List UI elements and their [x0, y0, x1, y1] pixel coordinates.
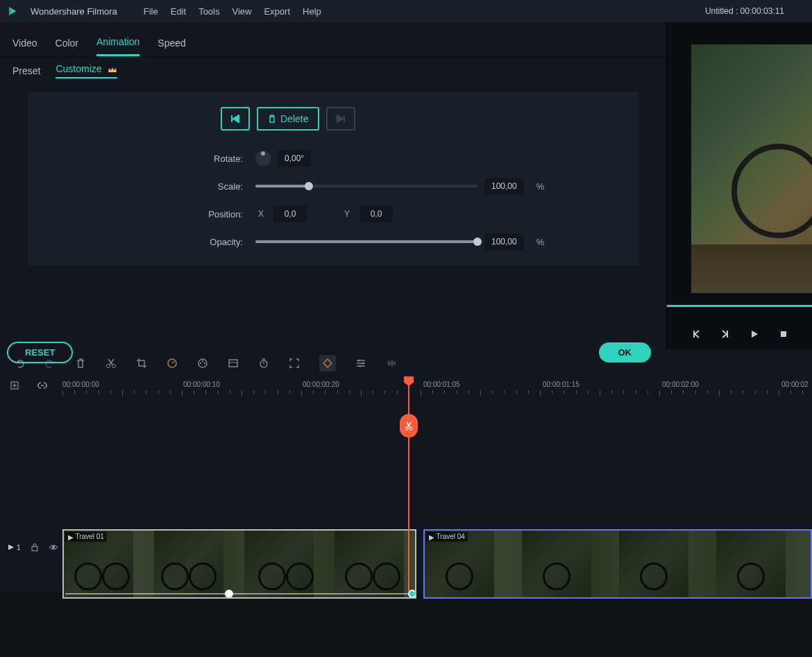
clip-travel-04[interactable]: ▶ Travel 04 — [423, 529, 812, 599]
delete-button[interactable]: Delete — [257, 107, 319, 131]
stop-icon[interactable] — [779, 329, 788, 339]
svg-point-15 — [409, 427, 412, 430]
track-video-icon[interactable]: 1 — [7, 543, 21, 551]
svg-rect-16 — [32, 547, 37, 551]
split-icon[interactable] — [105, 358, 117, 369]
delete-label: Delete — [280, 113, 308, 124]
subtab-customize-label: Customize — [56, 63, 101, 74]
adjust-icon[interactable] — [355, 358, 366, 369]
play-small-icon: ▶ — [429, 533, 434, 541]
svg-point-10 — [358, 359, 360, 361]
ruler-mark: 00:00:01:05 — [423, 381, 460, 388]
opacity-slider[interactable] — [255, 240, 477, 243]
track-badge: 1 — [17, 544, 21, 551]
svg-point-7 — [200, 362, 201, 363]
trash-icon — [268, 115, 276, 123]
clip2-label: Travel 04 — [437, 533, 465, 540]
ruler-mark: 00:00:00:20 — [303, 381, 339, 388]
scale-thumb[interactable] — [305, 182, 313, 190]
svg-point-11 — [362, 362, 364, 364]
pos-x-label: X — [258, 209, 264, 219]
preview-progress[interactable] — [667, 305, 812, 307]
menu-help[interactable]: Help — [303, 6, 321, 17]
ruler-mark: 00:00:02:00 — [662, 381, 699, 388]
menu-file[interactable]: File — [144, 6, 158, 17]
project-status: Untitled : 00:00:03:11 — [705, 6, 784, 16]
preview-image[interactable] — [691, 44, 812, 293]
menu-edit[interactable]: Edit — [171, 6, 186, 17]
rotate-knob[interactable] — [255, 151, 271, 166]
ruler-mark: 00:00:00:10 — [183, 381, 220, 388]
speed-icon[interactable] — [167, 358, 178, 369]
step-forward-icon[interactable] — [720, 329, 730, 339]
crown-icon — [108, 65, 117, 75]
pos-y-label: Y — [344, 209, 350, 219]
play-small-icon: ▶ — [68, 533, 74, 541]
keyframe-line — [65, 593, 414, 594]
next-keyframe-button — [326, 107, 355, 131]
crop-icon[interactable] — [136, 358, 147, 369]
menu-tools[interactable]: Tools — [198, 6, 219, 17]
app-logo-icon — [7, 6, 18, 17]
app-name: Wondershare Filmora — [31, 6, 117, 17]
opacity-value[interactable]: 100,00 — [484, 233, 524, 250]
subtab-preset[interactable]: Preset — [12, 65, 40, 76]
svg-point-6 — [204, 362, 205, 363]
undo-icon[interactable] — [14, 358, 25, 369]
svg-point-2 — [112, 364, 116, 367]
tab-color[interactable]: Color — [56, 31, 78, 56]
track-visibility-icon[interactable] — [49, 543, 58, 551]
track-lock-icon[interactable] — [31, 543, 39, 551]
svg-rect-8 — [229, 360, 237, 367]
rotate-value[interactable]: 0,00° — [278, 150, 311, 167]
tab-animation[interactable]: Animation — [96, 29, 139, 56]
greenscreen-icon[interactable] — [228, 358, 239, 369]
skip-first-icon — [230, 115, 240, 123]
audio-icon[interactable] — [386, 358, 397, 369]
preview-panel — [666, 22, 812, 349]
ruler-mark: 00:00:00:00 — [62, 381, 99, 388]
pos-x-value[interactable]: 0,0 — [273, 206, 307, 222]
opacity-unit: % — [536, 237, 545, 247]
delete-icon[interactable] — [75, 358, 86, 369]
duration-icon[interactable] — [258, 358, 269, 369]
color-icon[interactable] — [197, 358, 208, 369]
clip1-label: Travel 01 — [76, 533, 104, 540]
fit-icon[interactable] — [289, 358, 300, 369]
menu-view[interactable]: View — [232, 6, 251, 17]
subtab-customize[interactable]: Customize — [56, 63, 117, 78]
ok-button[interactable]: OK — [599, 342, 652, 363]
play-icon[interactable] — [750, 329, 759, 339]
ruler-mark: 00:00:02 — [781, 381, 809, 388]
redo-icon[interactable] — [44, 358, 56, 369]
svg-point-1 — [107, 364, 110, 367]
ruler-mark: 00:00:01:15 — [543, 381, 580, 388]
keyframe-1[interactable] — [225, 590, 233, 598]
step-back-icon[interactable] — [691, 329, 701, 339]
svg-point-5 — [202, 360, 203, 361]
svg-point-12 — [360, 365, 362, 367]
playhead-split-icon[interactable] — [400, 414, 418, 438]
scale-label: Scale: — [47, 181, 248, 192]
menu-export[interactable]: Export — [264, 6, 290, 17]
keyframe-icon[interactable] — [319, 355, 336, 372]
svg-point-17 — [52, 546, 55, 549]
pos-y-value[interactable]: 0,0 — [360, 206, 393, 222]
opacity-thumb[interactable] — [473, 238, 482, 246]
tab-video[interactable]: Video — [12, 31, 37, 56]
clip-travel-01[interactable]: ▶ Travel 01 — [62, 529, 416, 599]
svg-rect-0 — [781, 331, 786, 337]
playhead[interactable] — [408, 376, 409, 592]
position-label: Position: — [47, 209, 248, 219]
tab-speed[interactable]: Speed — [158, 31, 185, 56]
scale-slider[interactable] — [255, 185, 477, 188]
rotate-label: Rotate: — [47, 153, 248, 164]
link-icon[interactable] — [37, 381, 47, 390]
prev-keyframe-button[interactable] — [221, 107, 250, 131]
svg-point-4 — [198, 359, 207, 367]
scale-value[interactable]: 100,00 — [484, 178, 524, 194]
add-marker-icon[interactable] — [10, 381, 19, 390]
skip-last-icon — [336, 115, 346, 123]
scale-unit: % — [536, 181, 545, 192]
opacity-label: Opacity: — [47, 237, 248, 247]
